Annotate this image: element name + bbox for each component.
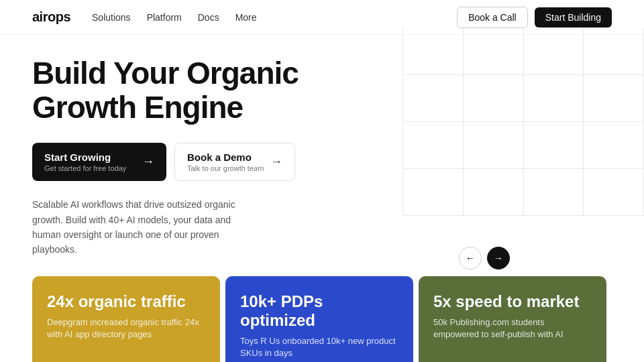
stats-row: 24x organic traffic Deepgram increased o…	[32, 276, 612, 362]
grid-cell	[403, 122, 464, 169]
cta-primary-subtitle: Get started for free today	[44, 164, 126, 172]
stat-card-content: 24x organic traffic Deepgram increased o…	[47, 292, 205, 341]
arrow-right-icon: →	[142, 155, 154, 169]
nav-left: airops Solutions Platform Docs More	[32, 9, 257, 25]
stat-desc-0: Deepgram increased organic traffic 24x w…	[47, 316, 205, 341]
stat-card-0: 24x organic traffic Deepgram increased o…	[32, 276, 220, 362]
main-content: Build Your Organic Growth Engine Start G…	[0, 35, 644, 257]
prev-arrow-button[interactable]: ←	[459, 247, 482, 269]
grid-background	[402, 28, 644, 216]
stat-desc-2: 50k Publishing.com students empowered to…	[433, 316, 592, 341]
logo[interactable]: airops	[32, 9, 70, 25]
hero-section: Build Your Organic Growth Engine Start G…	[32, 56, 381, 257]
grid-cell	[524, 75, 584, 122]
grid-cell	[464, 122, 524, 169]
nav-solutions[interactable]: Solutions	[92, 12, 131, 23]
nav-links: Solutions Platform Docs More	[92, 12, 257, 23]
cta-primary-text: Start Growing Get started for free today	[44, 152, 126, 172]
arrow-right-icon-2: →	[270, 155, 282, 169]
stat-card-content: 10k+ PDPs optimized Toys R Us onboarded …	[240, 292, 398, 359]
stat-title-0: 24x organic traffic	[47, 292, 205, 311]
grid-cell	[464, 75, 524, 122]
book-demo-button[interactable]: Book a Demo Talk to our growth team →	[174, 143, 295, 181]
book-call-button[interactable]: Book a Call	[457, 7, 528, 28]
start-growing-button[interactable]: Start Growing Get started for free today…	[32, 143, 166, 181]
stat-desc-1: Toys R Us onboarded 10k+ new product SKU…	[240, 335, 398, 359]
hero-headline: Build Your Organic Growth Engine	[32, 56, 381, 124]
grid-cell	[524, 28, 584, 75]
stat-card-2: 5x speed to market 50k Publishing.com st…	[419, 276, 606, 362]
grid-cell	[464, 169, 524, 216]
grid-cell	[403, 75, 464, 122]
next-arrow-button[interactable]: →	[487, 247, 510, 269]
grid-cell	[403, 28, 464, 75]
grid-cell	[403, 169, 464, 216]
stat-title-2: 5x speed to market	[433, 292, 592, 311]
cta-secondary-text: Book a Demo Talk to our growth team	[187, 152, 264, 172]
cta-secondary-subtitle: Talk to our growth team	[187, 164, 264, 172]
nav-docs[interactable]: Docs	[198, 12, 219, 23]
hero-description: Scalable AI workflows that drive outsize…	[32, 197, 247, 257]
nav-more[interactable]: More	[235, 12, 257, 23]
grid-cell	[464, 28, 524, 75]
cta-secondary-title: Book a Demo	[187, 152, 264, 163]
carousel-arrows: ← →	[459, 247, 510, 269]
grid-cell	[524, 122, 584, 169]
stat-card-content: 5x speed to market 50k Publishing.com st…	[433, 292, 592, 341]
nav-right: Book a Call Start Building	[457, 7, 612, 28]
grid-cell	[584, 169, 644, 216]
stat-title-1: 10k+ PDPs optimized	[240, 292, 398, 330]
grid-cell	[584, 75, 644, 122]
start-building-button[interactable]: Start Building	[535, 7, 612, 27]
cta-primary-title: Start Growing	[44, 152, 126, 163]
nav-platform[interactable]: Platform	[147, 12, 182, 23]
stat-card-1: 10k+ PDPs optimized Toys R Us onboarded …	[225, 276, 413, 362]
grid-cell	[524, 169, 584, 216]
cta-row: Start Growing Get started for free today…	[32, 143, 381, 181]
grid-cell	[584, 122, 644, 169]
grid-cell	[584, 28, 644, 75]
hero-visual	[402, 28, 644, 216]
